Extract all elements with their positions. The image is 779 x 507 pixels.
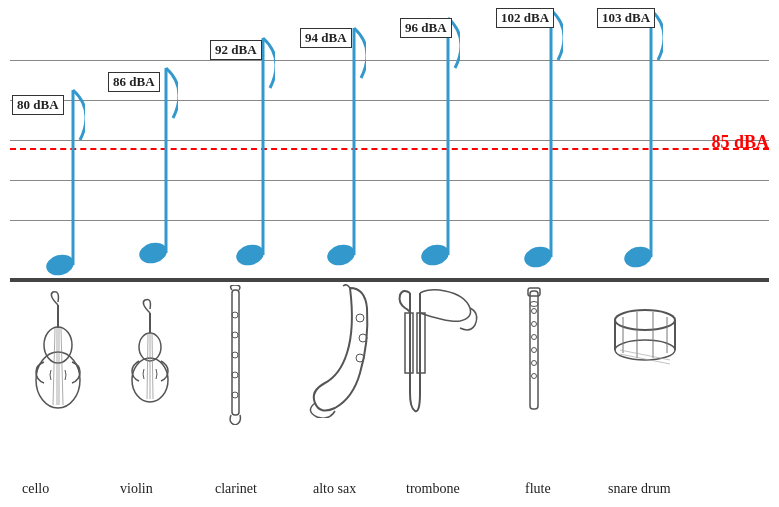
dba-trombone: 96 dBA (400, 18, 452, 38)
svg-point-48 (622, 244, 654, 271)
label-flute: flute (525, 481, 551, 497)
svg-point-46 (530, 302, 538, 307)
svg-point-18 (234, 242, 266, 269)
label-cello: cello (22, 481, 49, 497)
svg-point-10 (137, 240, 169, 267)
svg-point-20 (232, 312, 238, 318)
dba-clarinet: 92 dBA (210, 40, 262, 60)
label-clarinet: clarinet (215, 481, 257, 497)
dba-flute: 102 dBA (496, 8, 554, 28)
svg-point-41 (532, 335, 537, 340)
svg-line-16 (152, 333, 153, 399)
svg-line-8 (61, 328, 63, 405)
svg-point-1 (44, 252, 76, 279)
svg-point-21 (232, 332, 238, 338)
svg-line-58 (620, 354, 670, 364)
note-altosax (316, 18, 366, 270)
svg-line-14 (147, 333, 148, 399)
svg-line-5 (53, 328, 55, 405)
svg-point-40 (532, 322, 537, 327)
image-cello (18, 290, 98, 424)
dba-cello: 80 dBA (12, 95, 64, 115)
svg-point-31 (419, 242, 451, 269)
svg-point-2 (36, 352, 80, 408)
note-snareDrum (613, 0, 663, 272)
image-violin (118, 295, 183, 419)
image-clarinet (218, 285, 253, 429)
svg-point-24 (232, 392, 238, 398)
dba-violin: 86 dBA (108, 72, 160, 92)
image-flute (510, 286, 565, 420)
label-violin: violin (120, 481, 153, 497)
svg-point-50 (615, 340, 675, 360)
svg-point-42 (532, 348, 537, 353)
threshold-label: 85 dBA (711, 132, 769, 153)
label-snareDrum: snare drum (608, 481, 671, 497)
label-trombone: trombone (406, 481, 460, 497)
svg-point-44 (532, 374, 537, 379)
svg-point-22 (232, 352, 238, 358)
svg-point-39 (532, 309, 537, 314)
image-trombone (395, 283, 485, 422)
image-altosax (305, 283, 385, 422)
svg-point-3 (44, 327, 72, 363)
svg-point-26 (325, 242, 357, 269)
svg-point-27 (356, 314, 364, 322)
svg-point-37 (522, 244, 554, 271)
label-altosax: alto sax (313, 481, 356, 497)
dba-altosax: 94 dBA (300, 28, 352, 48)
baseline-bar (10, 278, 769, 282)
chart-area: 85 dBA 80 dBA cello (0, 0, 779, 507)
note-flute (513, 0, 563, 272)
svg-point-23 (232, 372, 238, 378)
svg-point-43 (532, 361, 537, 366)
note-clarinet (225, 28, 275, 270)
svg-point-49 (615, 310, 675, 330)
note-trombone (410, 8, 460, 270)
dba-snareDrum: 103 dBA (597, 8, 655, 28)
image-snareDrum (605, 295, 685, 399)
